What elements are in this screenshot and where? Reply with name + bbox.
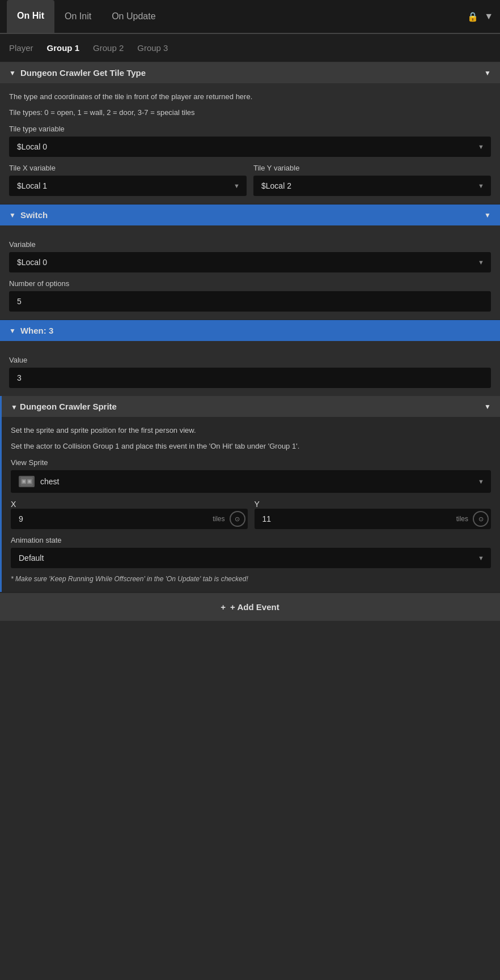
tab-on-update[interactable]: On Update (101, 0, 166, 33)
group-bar: Player Group 1 Group 2 Group 3 (0, 34, 500, 62)
dungeon-sprite-desc1: Set the sprite and sprite position for t… (11, 425, 491, 436)
when3-value-input[interactable] (9, 368, 491, 388)
tile-y-select[interactable]: $Local 2 (253, 176, 491, 196)
animation-label: Animation state (11, 536, 491, 544)
svg-rect-4 (28, 480, 31, 483)
switch-variable-select[interactable]: $Local 0 (9, 252, 491, 272)
switch-right-chevron: ▼ (484, 211, 491, 219)
switch-body: Variable $Local 0 Number of options (0, 225, 500, 319)
tile-xy-row: Tile X variable $Local 1 Tile Y variable… (9, 157, 491, 196)
view-sprite-label: View Sprite (11, 458, 491, 467)
x-field: tiles ⊙ (11, 509, 248, 529)
when3-value-label: Value (9, 356, 491, 364)
tile-type-select-wrapper: $Local 0 (9, 137, 491, 157)
switch-section: ▼ Switch ▼ Variable $Local 0 Number of o… (0, 204, 500, 320)
group-tab-group3[interactable]: Group 3 (137, 41, 168, 55)
group-tab-group2[interactable]: Group 2 (93, 41, 124, 55)
tab-bar: On Hit On Init On Update 🔒 ▼ (0, 0, 500, 34)
tab-dropdown-icon[interactable]: ▼ (484, 11, 493, 22)
tile-x-select[interactable]: $Local 1 (9, 176, 247, 196)
when3-chevron: ▼ (9, 327, 16, 335)
dungeon-tile-body: The type and coordinates of the tile in … (0, 83, 500, 204)
switch-chevron: ▼ (9, 211, 16, 219)
group-tab-player[interactable]: Player (9, 41, 33, 55)
dungeon-tile-desc1: The type and coordinates of the tile in … (9, 91, 491, 103)
switch-variable-label: Variable (9, 240, 491, 249)
dungeon-sprite-right-chevron: ▼ (484, 403, 491, 411)
svg-rect-3 (23, 480, 25, 483)
y-circle-btn[interactable]: ⊙ (473, 511, 489, 527)
add-event-icon: + (221, 602, 226, 612)
tile-y-label: Tile Y variable (253, 164, 491, 172)
tab-on-hit[interactable]: On Hit (7, 0, 54, 33)
animation-select-wrapper: Default (11, 548, 491, 568)
switch-options-label: Number of options (9, 279, 491, 288)
tab-on-init[interactable]: On Init (54, 0, 101, 33)
tile-x-label: Tile X variable (9, 164, 247, 172)
lock-icon[interactable]: 🔒 (467, 11, 478, 22)
y-label: Y (255, 500, 491, 509)
x-label: X (11, 500, 248, 509)
y-unit: tiles (454, 515, 471, 523)
tile-x-col: Tile X variable $Local 1 (9, 157, 247, 196)
dungeon-sprite-note: * Make sure 'Keep Running While Offscree… (11, 574, 491, 584)
when3-header[interactable]: ▼ When: 3 (0, 320, 500, 341)
when3-section: ▼ When: 3 Value ▼ Dungeon Crawler Sprite… (0, 320, 500, 593)
tile-type-select[interactable]: $Local 0 (9, 137, 491, 157)
tab-bar-actions: 🔒 ▼ (467, 11, 493, 22)
dungeon-sprite-chevron: ▼ (11, 403, 18, 411)
dungeon-tile-right-chevron: ▼ (484, 69, 491, 77)
when3-body: Value (0, 341, 500, 396)
dungeon-tile-desc2: Tile types: 0 = open, 1 = wall, 2 = door… (9, 107, 491, 118)
switch-options-input[interactable] (9, 291, 491, 312)
sprite-thumbnail-icon (19, 476, 35, 487)
animation-select[interactable]: Default (11, 548, 491, 568)
xy-labels: X Y (11, 500, 491, 509)
add-event-button[interactable]: + + Add Event (0, 593, 500, 621)
tile-type-label: Tile type variable (9, 125, 491, 133)
xy-inputs: tiles ⊙ tiles ⊙ (11, 509, 491, 529)
tile-y-select-wrapper: $Local 2 (253, 176, 491, 196)
y-field: tiles ⊙ (255, 509, 491, 529)
dungeon-sprite-nested: ▼ Dungeon Crawler Sprite ▼ Set the sprit… (0, 396, 500, 592)
add-event-label: + Add Event (230, 602, 279, 612)
sprite-field[interactable]: chest (11, 470, 491, 493)
dungeon-sprite-header[interactable]: ▼ Dungeon Crawler Sprite ▼ (2, 396, 500, 417)
y-input[interactable] (255, 509, 454, 529)
tile-x-select-wrapper: $Local 1 (9, 176, 247, 196)
dungeon-sprite-body: Set the sprite and sprite position for t… (2, 417, 500, 592)
x-input[interactable] (11, 509, 210, 529)
dungeon-tile-chevron: ▼ (9, 69, 16, 77)
x-unit: tiles (210, 515, 227, 523)
dungeon-sprite-desc2: Set the actor to Collision Group 1 and p… (11, 441, 491, 452)
switch-header[interactable]: ▼ Switch ▼ (0, 204, 500, 225)
sprite-select-wrapper: chest (11, 470, 491, 493)
switch-variable-wrapper: $Local 0 (9, 252, 491, 272)
group-tab-group1[interactable]: Group 1 (47, 41, 80, 55)
dungeon-tile-section: ▼ Dungeon Crawler Get Tile Type ▼ The ty… (0, 62, 500, 204)
dungeon-tile-header[interactable]: ▼ Dungeon Crawler Get Tile Type ▼ (0, 62, 500, 83)
tile-y-col: Tile Y variable $Local 2 (253, 157, 491, 196)
x-circle-btn[interactable]: ⊙ (230, 511, 245, 527)
